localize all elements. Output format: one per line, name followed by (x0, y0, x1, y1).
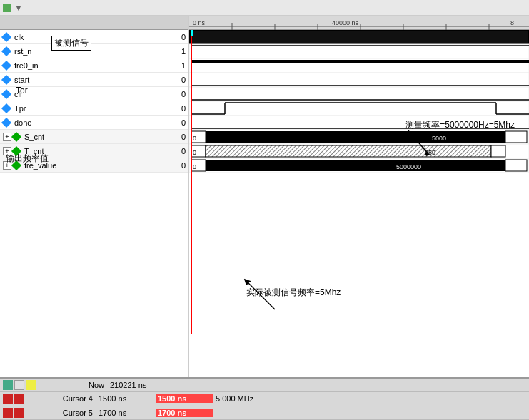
signal-value-done: 0 (160, 118, 188, 127)
signal-row-S_cnt[interactable]: + S_cnt 0 (0, 130, 188, 144)
cursor4-label: Cursor 4 (27, 394, 99, 403)
toolbar-icon (3, 4, 11, 12)
signal-value-start: 0 (160, 76, 188, 84)
cursor4-highlight: 1500 ns (156, 394, 213, 403)
signal-icon-S_cnt (11, 131, 21, 141)
tor-label: Tor (16, 86, 28, 96)
cursor4-icon-red2 (14, 394, 24, 404)
signal-value-S_cnt: 0 (160, 133, 188, 141)
signal-name-done: done (14, 118, 160, 127)
svg-rect-39 (206, 145, 491, 157)
signal-name-Tpr: Tpr (14, 104, 160, 113)
svg-rect-20 (189, 87, 529, 101)
svg-rect-17 (191, 60, 529, 63)
toolbar: ▼ (0, 0, 529, 16)
signal-icon-Tpr (1, 103, 11, 113)
signal-value-fre_value: 0 (160, 161, 188, 170)
svg-text:0: 0 (193, 135, 196, 142)
now-value: 210221 ns (110, 381, 167, 389)
toolbar-icon-sm (3, 380, 13, 390)
expand-S_cnt[interactable]: + (3, 133, 11, 141)
bei-ce-signal-label: 被测信号 (51, 36, 91, 51)
signal-icon-clk (1, 31, 11, 41)
cursor-line-red (191, 30, 192, 173)
signal-panel: clk 0 rst_n 1 fre0_in 1 start 0 clr 0 (0, 16, 189, 377)
cursor5-label: Cursor 5 (27, 409, 99, 417)
signal-row-fre0_in[interactable]: fre0_in 1 (0, 58, 188, 73)
signal-icon-done (1, 117, 11, 127)
svg-rect-22 (189, 101, 529, 116)
svg-rect-35 (505, 131, 527, 143)
cursor5-value: 1700 ns (99, 409, 156, 417)
main-container: clk 0 rst_n 1 fre0_in 1 start 0 clr 0 (0, 16, 529, 377)
svg-rect-42 (491, 145, 505, 157)
signal-name-fre0_in: fre0_in (14, 61, 160, 70)
cursor5-highlight: 1700 ns (156, 409, 213, 417)
waveform-rows: 0 5000 0 250 0 5000000 (189, 30, 529, 173)
svg-line-50 (246, 281, 275, 309)
signal-row-done[interactable]: done 0 (0, 116, 188, 130)
signal-value-T_cnt: 0 (160, 147, 188, 155)
status-row-cursor4: Cursor 4 1500 ns 1500 ns 5.000 MHz (0, 392, 529, 406)
signal-name-clr: clr (14, 90, 160, 98)
arrow-measurement (372, 126, 443, 162)
cursor4-icon-red (3, 394, 13, 404)
signal-name-start: start (14, 76, 160, 84)
toolbar-separator: ▼ (14, 3, 23, 13)
signal-value-clk: 0 (160, 33, 188, 41)
signal-icon-clr (1, 88, 11, 98)
svg-rect-13 (189, 44, 529, 58)
toolbar-icon-sm3 (26, 380, 36, 390)
signal-name-S_cnt: S_cnt (24, 133, 160, 141)
signal-icon-fre0_in (1, 60, 11, 70)
cursor5-icon-red2 (14, 408, 24, 418)
timeline-svg: 0 ns 40000 ns 8 (189, 16, 529, 30)
svg-rect-48 (505, 160, 527, 171)
svg-rect-12 (191, 31, 528, 43)
svg-rect-33 (206, 131, 505, 143)
svg-text:0 ns: 0 ns (193, 19, 206, 26)
arrow-actual (225, 277, 282, 313)
status-row-now: Now 210221 ns (0, 379, 529, 392)
svg-rect-46 (206, 160, 505, 171)
signal-value-clr: 0 (160, 90, 188, 98)
waveform-panel: 0 ns 40000 ns 8 (189, 16, 529, 377)
timeline-header: 0 ns 40000 ns 8 (189, 16, 529, 30)
signal-icon-start (1, 74, 11, 84)
signal-value-Tpr: 0 (160, 104, 188, 113)
signal-row-rst_n[interactable]: rst_n 1 (0, 44, 188, 58)
signal-icon-rst_n (1, 46, 11, 56)
signal-panel-header (0, 16, 188, 30)
signal-row-Tpr[interactable]: Tpr 0 (0, 101, 188, 116)
svg-text:5000000: 5000000 (396, 163, 421, 170)
cursor-mark-cyan (191, 30, 193, 36)
cursor4-extra: 5.000 MHz (216, 394, 253, 403)
cursor4-value: 1500 ns (99, 394, 156, 403)
svg-rect-18 (189, 73, 529, 87)
signal-value-fre0_in: 1 (160, 61, 188, 70)
signal-value-rst_n: 1 (160, 47, 188, 56)
signal-row-clr[interactable]: clr 0 (0, 87, 188, 101)
svg-text:40000 ns: 40000 ns (332, 19, 359, 26)
cursor-line-red-cont (191, 173, 192, 334)
now-label: Now (39, 381, 110, 389)
cursor5-icon-red (3, 408, 13, 418)
signal-row-clk[interactable]: clk 0 (0, 30, 188, 44)
svg-text:8: 8 (510, 19, 514, 26)
waveforms-svg: 0 5000 0 250 0 5000000 (189, 30, 529, 173)
signal-row-start[interactable]: start 0 (0, 73, 188, 87)
toolbar-icon-sm2 (14, 380, 24, 390)
svg-line-51 (408, 130, 429, 155)
svg-text:0: 0 (193, 149, 196, 156)
shu-chu-pin-lv-label: 输出频率值 (6, 153, 49, 165)
svg-text:0: 0 (193, 163, 196, 170)
empty-waveform-area: 实际被测信号频率=5Mhz (189, 173, 529, 334)
status-bar: Now 210221 ns Cursor 4 1500 ns 1500 ns 5… (0, 377, 529, 420)
status-row-cursor5: Cursor 5 1700 ns 1700 ns (0, 406, 529, 420)
